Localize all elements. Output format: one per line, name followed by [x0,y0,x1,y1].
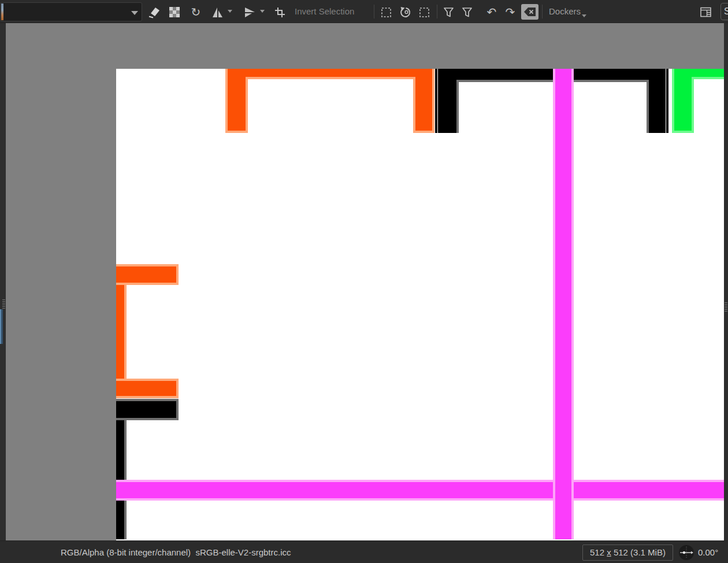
painted-rect [435,69,437,133]
deselect-button[interactable] [417,5,432,20]
color-profile-label: sRGB-elle-V2-srgbtrc.icc [195,547,291,557]
select-all-button[interactable] [378,5,393,20]
painted-rect [248,79,413,133]
brush-preset-combobox[interactable] [0,2,142,21]
crop-button[interactable] [272,5,287,20]
dockers-layout-icon [699,5,713,19]
right-docker-splitter[interactable] [724,23,728,540]
preserve-alpha-button[interactable] [167,5,182,20]
splitter-grip-icon [725,302,727,313]
status-bar: RGB/Alpha (8-bit integer/channel) sRGB-e… [0,540,728,563]
dashed-selection-icon [380,6,393,19]
angle-dial-icon [678,545,694,561]
mirror-horizontal-button[interactable] [242,5,257,20]
invert-selection-button[interactable]: Invert Selection [295,0,354,23]
dashed-selection-icon [418,6,431,19]
painted-rect [116,266,124,396]
rotation-angle-value: 0.00° [698,541,718,563]
preset-thumbnail [1,3,3,20]
backspace-icon [523,7,536,17]
document[interactable] [116,69,724,540]
main-area [0,23,728,540]
mirror-horizontal-icon [243,6,257,19]
toolbar-separator [374,5,374,18]
chevron-down-icon [131,11,138,15]
chevron-down-icon[interactable] [228,10,232,13]
canvas-rotation-dial[interactable] [678,545,694,561]
filter-selection-button[interactable] [441,5,456,20]
toolbar: ↻ Invert Selection [0,0,728,23]
color-mode-label: RGB/Alpha (8-bit integer/channel) [61,547,191,557]
undo-button[interactable]: ↶ [484,5,499,20]
undo-arrow-icon: ↶ [487,5,497,20]
painted-rect [116,401,124,539]
left-docker-splitter[interactable] [0,23,6,540]
toolbar-separator [437,5,437,18]
funnel-icon [460,6,474,19]
collapsed-docker-tab[interactable] [0,309,3,344]
clear-button[interactable] [521,4,538,20]
workspace-layout-button[interactable] [699,5,714,20]
filter-mask-button[interactable] [459,5,474,20]
painted-rect [694,79,724,133]
mirror-vertical-icon [211,6,224,19]
splitter-grip-icon [2,299,5,310]
toolbar-separator [542,5,543,18]
painted-rect [555,69,571,539]
canvas-viewport[interactable] [6,23,724,540]
reload-preset-button[interactable]: ↻ [188,5,203,20]
painted-rect [116,381,176,396]
checkerboard-alpha-icon [168,6,181,18]
reload-icon: ↻ [191,5,201,20]
dockers-menu-button[interactable]: Dockers [549,0,581,23]
eraser-button[interactable] [147,5,162,20]
painted-rect [666,69,668,133]
image-size-mnemonic: x [607,547,611,557]
painted-rect [116,482,724,498]
chevron-down-icon[interactable] [260,10,265,13]
redo-button[interactable]: ↷ [503,5,518,20]
reset-rotation-button[interactable] [398,5,413,20]
color-profile-text: RGB/Alpha (8-bit integer/channel) sRGB-e… [61,541,291,563]
eraser-icon [147,5,161,19]
mirror-vertical-button[interactable] [210,5,225,20]
image-size-value: 512 [590,547,607,557]
chevron-down-icon [582,14,586,17]
rotate-reset-icon [399,6,412,19]
workspace-chooser-button-partial[interactable]: S [720,3,728,20]
redo-arrow-icon: ↷ [506,5,515,20]
image-size-button[interactable]: 512 x 512 (3.1 MiB) [582,545,673,561]
crop-icon [273,6,287,19]
image-size-memory: 512 (3.1 MiB) [611,547,666,557]
funnel-icon [442,6,455,19]
painted-rect [116,401,176,418]
painted-rect [116,266,176,283]
